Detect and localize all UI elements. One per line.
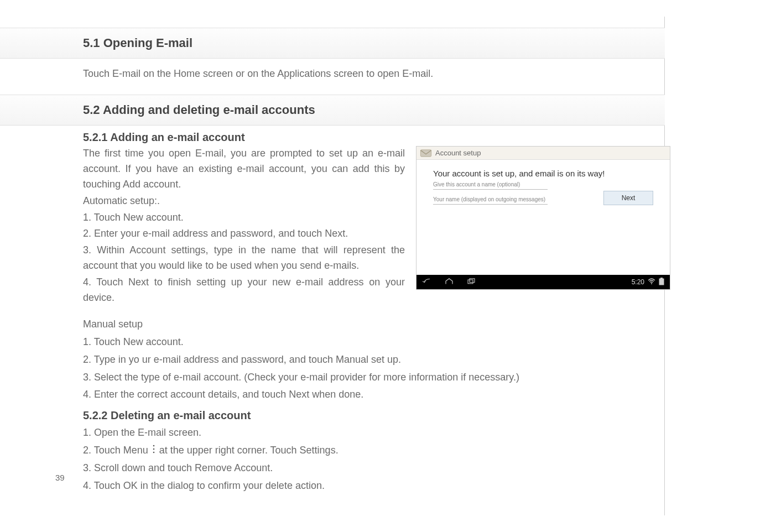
manual-setup-label: Manual setup: [83, 317, 405, 332]
home-icon[interactable]: [444, 278, 454, 287]
clock-text: 5:20: [632, 278, 644, 286]
svg-point-6: [153, 445, 154, 447]
subsection-5-2-1-body: The first time you open E-mail, you are …: [83, 146, 405, 333]
next-button[interactable]: Next: [603, 191, 653, 205]
delete-step-2: 2. Touch Menu at the upper right corner.…: [72, 442, 654, 460]
screenshot-nav-bar: 5:20: [416, 275, 670, 289]
mail-icon: [420, 149, 432, 157]
auto-step-4: 4. Touch Next to finish setting up your …: [83, 275, 405, 306]
svg-rect-0: [420, 149, 431, 156]
manual-step-3: 3. Select the type of e-mail account. (C…: [72, 369, 654, 387]
delete-step-2-post: at the upper right corner. Touch Setting…: [159, 445, 339, 456]
delete-step-4: 4. Touch OK in the dialog to confirm you…: [72, 477, 654, 495]
delete-step-1: 1. Open the E-mail screen.: [72, 424, 654, 442]
screenshot-app-title: Account setup: [435, 149, 481, 157]
svg-rect-4: [659, 279, 664, 285]
wifi-icon: [648, 278, 655, 286]
svg-point-3: [651, 283, 652, 284]
screenshot-main-title: Your account is set up, and email is on …: [433, 169, 653, 178]
section-5-2-heading: 5.2 Adding and deleting e-mail accounts: [0, 95, 665, 126]
svg-point-7: [153, 448, 154, 450]
subsection-5-2-2-heading: 5.2.2 Deleting an e-mail account: [72, 404, 654, 424]
delete-step-2-pre: 2. Touch Menu: [83, 445, 151, 456]
screenshot-body: Your account is set up, and email is on …: [416, 160, 670, 275]
delete-step-3: 3. Scroll down and touch Remove Account.: [72, 460, 654, 477]
automatic-setup-label: Automatic setup:.: [83, 194, 405, 209]
account-setup-screenshot: Account setup Your account is set up, an…: [416, 146, 670, 333]
auto-step-2: 2. Enter your e-mail address and passwor…: [83, 226, 405, 242]
battery-icon: [659, 278, 664, 287]
intro-text: The first time you open E-mail, you are …: [83, 146, 405, 192]
back-icon[interactable]: [422, 278, 432, 287]
auto-step-1: 1. Touch New account.: [83, 210, 405, 226]
account-name-field[interactable]: [433, 189, 548, 190]
recent-apps-icon[interactable]: [466, 278, 476, 287]
menu-overflow-icon: [151, 443, 157, 458]
svg-rect-2: [470, 278, 475, 282]
page-content: 5.1 Opening E-mail Touch E-mail on the H…: [72, 28, 654, 495]
svg-rect-1: [468, 280, 473, 284]
screenshot-field1-label: Give this account a name (optional): [433, 181, 653, 187]
manual-step-2: 2. Type in yo ur e-mail address and pass…: [72, 351, 654, 369]
manual-step-4: 4. Enter the correct account details, an…: [72, 386, 654, 404]
page-number: 39: [55, 473, 65, 482]
svg-rect-5: [660, 278, 663, 279]
auto-step-3: 3. Within Account settings, type in the …: [83, 243, 405, 274]
screenshot-frame: Account setup Your account is set up, an…: [416, 146, 670, 290]
section-5-1-heading: 5.1 Opening E-mail: [0, 28, 665, 59]
screenshot-title-bar: Account setup: [416, 147, 670, 160]
manual-step-1: 1. Touch New account.: [72, 333, 654, 351]
subsection-5-2-1-heading: 5.2.1 Adding an e-mail account: [72, 126, 654, 146]
section-5-1-body: Touch E-mail on the Home screen or on th…: [72, 59, 654, 84]
your-name-field[interactable]: [433, 204, 548, 205]
svg-point-8: [153, 452, 154, 453]
